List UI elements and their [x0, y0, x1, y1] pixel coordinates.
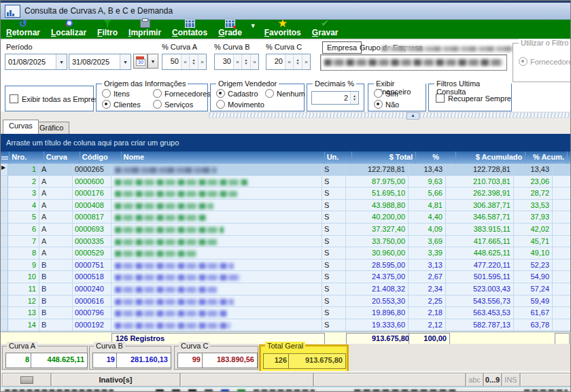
redacted-name: [115, 227, 224, 233]
collapse-arrow-icon[interactable]: ▲: [406, 112, 419, 120]
filtro-button[interactable]: Filtro: [92, 20, 123, 40]
step-max-icon[interactable]: »: [198, 54, 206, 69]
table-row[interactable]: 6 A 0000693 S 37.327,40 4,09 383.915,11 …: [1, 224, 571, 236]
cell-codigo: 0000751: [73, 260, 111, 272]
toolbar: ↺Retornar Localizar Filtro Imprimir Cont…: [1, 20, 571, 40]
cell-nro: 14: [8, 319, 39, 332]
curva-c-value: 183.890,56: [202, 353, 258, 368]
radio-nao[interactable]: [374, 100, 383, 109]
calendar-dropdown[interactable]: ▼: [148, 54, 158, 69]
localizar-button[interactable]: Localizar: [46, 20, 92, 40]
table-row[interactable]: 9 B 0000751 S 28.595,00 3,13 477.220,11 …: [1, 260, 571, 272]
splitter-grip[interactable]: [419, 112, 571, 118]
spin-updown-icon[interactable]: ▲▼: [189, 54, 198, 69]
chevron-down-icon[interactable]: ▼: [120, 54, 131, 69]
col-header-pct[interactable]: %: [416, 152, 456, 164]
cell-codigo: 0000176: [73, 188, 111, 200]
table-row[interactable]: 4 A 0000408 S 43.988,80 4,81 306.387,71 …: [1, 200, 571, 212]
date-from-combo[interactable]: 01/08/2025▼: [5, 54, 67, 70]
spin-updown-icon[interactable]: ▲▼: [350, 92, 358, 104]
cell-nro: 5: [8, 211, 39, 224]
col-header-acumulado[interactable]: $ Acumulado: [456, 152, 525, 164]
calendar-icon[interactable]: 30: [133, 54, 148, 69]
table-row[interactable]: 10 B 0000518 S 24.375,00 2,67 501.595,11…: [1, 271, 571, 283]
cell-un: S: [322, 211, 346, 224]
col-header-curva[interactable]: Curva: [44, 152, 80, 164]
cell-nro: 6: [8, 224, 39, 236]
grid-corner-menu-icon[interactable]: [1, 152, 10, 164]
curva-b-spinner[interactable]: 30«▲▼»: [214, 54, 259, 70]
cell-un: S: [322, 236, 346, 248]
group-by-bar[interactable]: Arraste um título de coluna aqui para cr…: [1, 134, 571, 152]
radio-movimento[interactable]: [216, 100, 225, 109]
step-min-icon[interactable]: «: [233, 54, 241, 69]
curva-a-spinner[interactable]: 50«▲▼»: [162, 54, 207, 70]
grade-button[interactable]: Grade: [213, 20, 247, 40]
curva-a-summary: Curva A 8 448.625,11: [2, 346, 88, 370]
col-header-codigo[interactable]: Código: [80, 152, 122, 164]
retornar-button[interactable]: ↺Retornar: [1, 20, 46, 40]
redacted-name: [115, 263, 234, 269]
cell-nome: [111, 236, 322, 248]
cell-nome: [111, 260, 322, 272]
checkbox-exibir-todas[interactable]: [10, 94, 18, 103]
spin-updown-icon[interactable]: ▲▼: [241, 54, 250, 69]
radio-fornecedores-info[interactable]: [153, 89, 162, 98]
splitter-grip[interactable]: [209, 112, 406, 118]
radio-clientes[interactable]: [102, 100, 111, 109]
radio-fornecedores[interactable]: [519, 57, 527, 66]
radio-sim[interactable]: [374, 89, 383, 98]
cell-curva: B: [39, 283, 73, 296]
curva-a-value: 448.625,11: [31, 353, 88, 368]
spin-updown-icon[interactable]: ▲▼: [293, 54, 302, 69]
checkbox-recuperar-sempre[interactable]: [436, 94, 445, 103]
total-geral-value: 913.675,80: [288, 353, 346, 369]
radio-itens[interactable]: [102, 89, 111, 98]
col-header-total[interactable]: $ Total: [352, 152, 417, 164]
cell-codigo: 0000192: [73, 319, 111, 332]
favoritos-button[interactable]: ★Favoritos: [259, 20, 307, 40]
table-row[interactable]: 3 A 0000176 S 51.695,10 5,66 262.398,91 …: [1, 188, 571, 200]
row-selector: [1, 200, 8, 212]
curva-c-spinner[interactable]: 20«▲▼»: [266, 54, 311, 70]
splitter-bar[interactable]: ▲: [1, 111, 571, 120]
col-header-nome[interactable]: Nome: [122, 152, 325, 164]
cell-pct-acum: 33,53: [514, 200, 553, 212]
table-row[interactable]: ▶ 1 A 0000265 S 122.728,81 13,43 122.728…: [1, 164, 571, 176]
chevron-down-icon[interactable]: ▼: [56, 54, 67, 69]
table-row[interactable]: 8 A 0000529 S 30.960,00 3,39 448.625,11 …: [1, 247, 571, 260]
date-to-combo[interactable]: 31/08/2025▼: [69, 54, 131, 70]
step-min-icon[interactable]: «: [285, 54, 293, 69]
star-icon: ★: [278, 20, 287, 27]
step-min-icon[interactable]: «: [181, 54, 189, 69]
radio-servicos[interactable]: [153, 100, 162, 109]
table-row[interactable]: 2 A 0000600 S 87.975,00 9,63 210.703,81 …: [1, 176, 571, 188]
cell-nome: [111, 176, 322, 188]
table-row[interactable]: 13 B 0000796 S 19.896,80 2,18 563.453,53…: [1, 307, 571, 319]
table-row[interactable]: 11 B 0000240 S 21.408,32 2,34 523.003,43…: [1, 283, 571, 296]
cell-acumulado: 210.703,81: [446, 176, 514, 188]
table-row[interactable]: 12 B 0000616 S 20.553,30 2,25 543.556,73…: [1, 296, 571, 308]
decimais-spinner[interactable]: 2 ▲▼: [311, 91, 359, 105]
cell-codigo: 0000529: [73, 247, 111, 260]
imprimir-button[interactable]: Imprimir: [123, 20, 167, 40]
empresa-combo[interactable]: [320, 54, 507, 71]
step-max-icon[interactable]: »: [302, 54, 310, 69]
radio-cadastro[interactable]: [216, 89, 225, 98]
col-header-un[interactable]: Un.: [325, 152, 352, 164]
table-row[interactable]: 14 B 0000192 S 19.333,60 2,12 582.787,13…: [1, 319, 571, 332]
table-row[interactable]: 5 A 0000817 S 40.200,00 4,40 346.587,71 …: [1, 211, 571, 224]
cell-nome: [111, 164, 322, 176]
tab-grafico[interactable]: Gráfico: [33, 122, 69, 134]
tab-curvas[interactable]: Curvas: [3, 120, 39, 134]
contatos-button[interactable]: Contatos: [167, 20, 213, 40]
radio-nenhum[interactable]: [265, 89, 274, 98]
col-header-nro[interactable]: Nro.: [10, 152, 44, 164]
gravar-button[interactable]: ✔Gravar: [307, 20, 344, 40]
col-header-pct-acum[interactable]: % Acum.: [525, 152, 568, 164]
table-row[interactable]: 7 A 0000335 S 33.750,00 3,69 417.665,11 …: [1, 236, 571, 248]
cell-pct-acum: 45,71: [514, 236, 553, 248]
row-selector: [1, 224, 8, 236]
grade-dropdown-caret[interactable]: ▼: [247, 22, 259, 29]
step-max-icon[interactable]: »: [250, 54, 258, 69]
